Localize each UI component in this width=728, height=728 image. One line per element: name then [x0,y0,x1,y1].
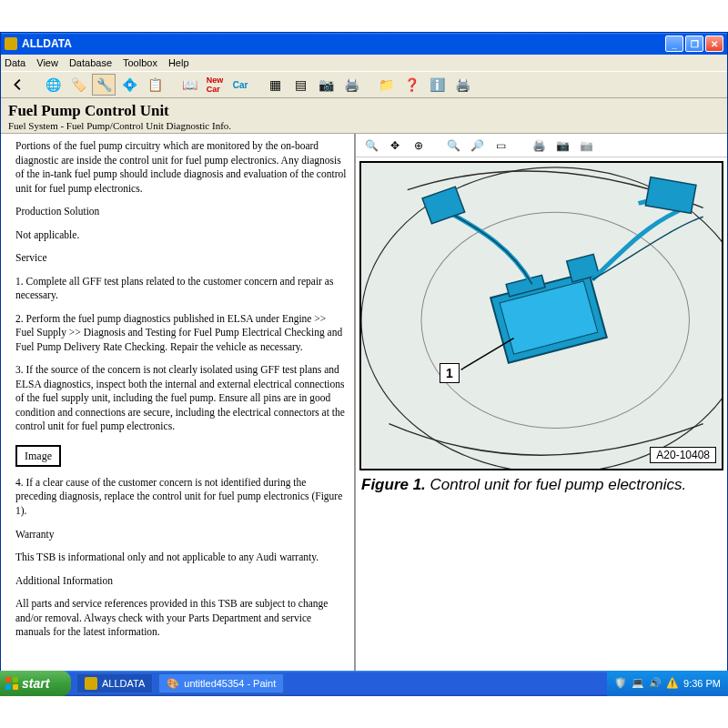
grid-icon[interactable]: ▦ [263,74,287,96]
tray-volume-icon[interactable]: 🔊 [649,677,662,690]
badge-icon[interactable]: 🏷️ [66,74,90,96]
menu-toolbox[interactable]: Toolbox [123,57,157,68]
folder-icon[interactable]: 📁 [374,74,398,96]
print-image-icon[interactable]: 🖨️ [529,136,549,155]
system-tray[interactable]: 🛡️ 💻 🔊 ⚠️ 9:36 PM [607,671,728,696]
step-2: 2. Perform the fuel pump diagnostics pub… [15,312,347,355]
heading-production: Production Solution [15,205,347,219]
info-icon[interactable]: ℹ️ [425,74,449,96]
fit-icon[interactable]: ▭ [490,136,511,155]
windows-logo-icon [5,677,18,690]
step-3: 3. If the source of the concern is not c… [15,363,347,434]
camera1-icon[interactable]: 📷 [552,136,572,155]
text-na: Not applicable. [15,228,347,243]
clock[interactable]: 9:36 PM [683,678,721,689]
close-button[interactable]: ✕ [705,35,723,52]
globe-icon[interactable]: 🌐 [41,74,65,96]
newcar-icon[interactable]: NewCar [203,74,227,96]
paint-icon: 🎨 [167,678,179,690]
zoom-in-icon[interactable]: 🔍 [361,136,381,155]
diag-icon[interactable]: 📋 [143,74,167,96]
tray-network-icon[interactable]: 💻 [632,677,644,690]
menu-view[interactable]: View [36,57,58,68]
app-window: ALLDATA _ ❐ ✕ Data View Database Toolbox… [0,32,728,687]
heading-additional: Additional Information [15,574,347,589]
step-4: 4. If a clear cause of the customer conc… [15,476,347,519]
alldata-icon [85,677,97,690]
menu-data[interactable]: Data [5,57,25,68]
back-button[interactable] [6,74,30,96]
diagram-area: 1 A20-10408 Figure 1. Control unit for f… [356,157,727,671]
content-area: Portions of the fuel pump circuitry whic… [1,134,727,671]
maximize-button[interactable]: ❐ [685,35,703,52]
book-icon[interactable]: 📖 [177,74,201,96]
text-additional: All parts and service references provide… [15,597,347,640]
heading-service: Service [15,251,347,266]
diagram-id-label: A20-10408 [650,447,716,463]
pan-icon[interactable]: ✥ [385,136,405,155]
heading-area: Fuel Pump Control Unit Fuel System - Fue… [1,98,727,134]
taskbar-app-paint[interactable]: 🎨 untitled45354 - Paint [158,673,284,693]
camera-icon[interactable]: 📷 [314,74,338,96]
para-intro: Portions of the fuel pump circuitry whic… [15,139,347,196]
print2-icon[interactable]: 🖨️ [450,74,474,96]
tool-icon[interactable]: 🔧 [92,74,116,96]
chip-icon[interactable]: 💠 [117,74,141,96]
step-1: 1. Complete all GFF test plans related t… [15,275,347,303]
tray-warning-icon[interactable]: ⚠️ [666,677,679,690]
list-icon[interactable]: ▤ [288,74,312,96]
zoom-plus-icon[interactable]: 🔍 [443,136,463,155]
image-pane: 🔍 ✥ ⊕ 🔍 🔎 ▭ 🖨️ 📷 📷 [356,134,727,671]
image-toolbar: 🔍 ✥ ⊕ 🔍 🔎 ▭ 🖨️ 📷 📷 [356,134,727,157]
callout-1: 1 [440,363,460,383]
start-button[interactable]: start [0,671,71,696]
help-icon[interactable]: ❓ [399,74,423,96]
tray-shield-icon[interactable]: 🛡️ [614,677,627,690]
zoom-target-icon[interactable]: ⊕ [409,136,429,155]
minimize-button[interactable]: _ [665,35,683,52]
page-subtitle: Fuel System - Fuel Pump/Control Unit Dia… [8,120,720,131]
menu-help[interactable]: Help [168,57,189,68]
titlebar[interactable]: ALLDATA _ ❐ ✕ [1,33,727,55]
taskbar-app-alldata[interactable]: ALLDATA [76,673,153,693]
print-icon[interactable]: 🖨️ [339,74,363,96]
taskbar: start ALLDATA 🎨 untitled45354 - Paint 🛡️… [0,671,728,696]
technical-diagram[interactable]: 1 A20-10408 [359,161,723,470]
text-warranty: This TSB is informational only and not a… [15,551,347,565]
page-title: Fuel Pump Control Unit [8,102,720,120]
zoom-minus-icon[interactable]: 🔎 [467,136,487,155]
window-title: ALLDATA [22,37,72,50]
app-icon [5,37,17,50]
image-link-button[interactable]: Image [15,445,61,467]
camera2-icon[interactable]: 📷 [576,136,596,155]
main-toolbar: 🌐 🏷️ 🔧 💠 📋 📖 NewCar Car ▦ ▤ 📷 🖨️ 📁 ❓ ℹ️ … [1,71,727,98]
article-pane[interactable]: Portions of the fuel pump circuitry whic… [1,134,356,671]
heading-warranty: Warranty [15,528,347,542]
figure-caption: Figure 1. Control unit for fuel pump ele… [359,476,723,494]
menubar: Data View Database Toolbox Help [1,55,727,71]
car-icon[interactable]: Car [228,74,252,96]
menu-database[interactable]: Database [69,57,112,68]
